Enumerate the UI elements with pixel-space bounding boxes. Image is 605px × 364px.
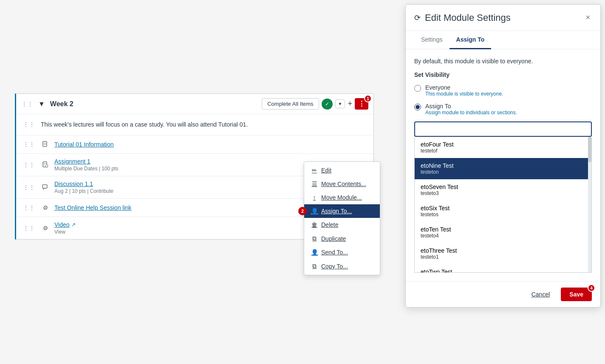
assign-item-sub: testeto3: [421, 190, 585, 196]
settings-tabs: Settings Assign To: [406, 31, 600, 49]
radio-everyone: Everyone This module is visible to every…: [414, 84, 592, 97]
svg-line-9: [45, 207, 46, 209]
svg-line-10: [45, 227, 46, 229]
module-description-row: ⋮⋮ This week's lectures will focus on a …: [16, 114, 373, 135]
item-content: Video ↗ View: [54, 221, 343, 235]
scrollbar-thumb[interactable]: [588, 137, 591, 162]
settings-content: By default, this module is visible to ev…: [406, 49, 600, 281]
assign-item-sub: testeto1: [421, 254, 585, 260]
context-menu-move-contents[interactable]: ☰ Move Contents...: [304, 177, 380, 191]
assign-item-name: etoSeven Test: [421, 183, 585, 190]
svg-text:✓: ✓: [46, 165, 48, 168]
radio-assign-to: Assign To Assign module to individuals o…: [414, 103, 592, 116]
module-collapse-arrow[interactable]: ▼: [38, 100, 45, 108]
assign-to-icon: 👤: [311, 208, 318, 214]
context-menu: ✏ Edit ☰ Move Contents... ↑ Move Module.…: [304, 161, 380, 275]
settings-close-button[interactable]: ×: [584, 11, 592, 24]
settings-header-icon: ⟳: [414, 13, 421, 23]
context-menu-copy-to[interactable]: ⧉ Copy To...: [304, 259, 380, 273]
link-icon: [41, 203, 50, 212]
assign-item[interactable]: etoSix Test testetos: [415, 200, 591, 222]
add-item-button[interactable]: +: [348, 99, 352, 108]
send-to-icon: 👤: [311, 249, 318, 256]
page-icon: [41, 140, 50, 149]
assign-search-input[interactable]: [414, 121, 592, 137]
item-title[interactable]: Tutorial 01 Information: [54, 141, 114, 148]
assign-item-name: etoThree Test: [421, 247, 585, 254]
svg-rect-8: [42, 185, 47, 188]
assign-item-name: etoFour Test: [421, 141, 585, 148]
item-drag-handle[interactable]: ⋮⋮: [23, 204, 35, 211]
radio-everyone-input[interactable]: [414, 85, 421, 92]
settings-panel: ⟳ Edit Module Settings × Settings Assign…: [405, 4, 601, 308]
module-item: ⋮⋮ Tutorial 01 Information: [16, 135, 373, 154]
assignment-icon: ✓: [41, 160, 50, 169]
settings-footer: Cancel Save 4: [406, 281, 600, 307]
radio-everyone-sublabel: This module is visible to everyone.: [425, 91, 503, 97]
assign-item-name: etoTwo Test: [421, 268, 585, 273]
context-menu-send-to[interactable]: 👤 Send To...: [304, 245, 380, 259]
assign-item-name: etoSix Test: [421, 205, 585, 212]
radio-everyone-labels: Everyone This module is visible to every…: [425, 84, 503, 97]
assign-item[interactable]: etoFour Test testetof: [415, 137, 591, 158]
visibility-title: Set Visibility: [414, 71, 592, 78]
module-description-text: This week's lectures will focus on a cas…: [41, 120, 248, 129]
module-header: ⋮⋮ ▼ Week 2 Complete All Items ✓ ▼ + ⋮ 1: [16, 94, 373, 114]
module-status-check: ✓: [322, 99, 333, 110]
context-menu-delete[interactable]: 🗑 Delete: [304, 218, 380, 231]
item-drag-handle[interactable]: ⋮⋮: [23, 184, 35, 191]
step1-badge: 1: [364, 95, 372, 102]
assign-item-selected[interactable]: etoNine Test testeton 3: [415, 158, 591, 179]
context-menu-assign-to[interactable]: 2 👤 Assign To...: [304, 204, 380, 218]
context-menu-duplicate[interactable]: ⧉ Duplicate: [304, 231, 380, 245]
tab-assign-to[interactable]: Assign To: [450, 31, 492, 49]
move-module-icon: ↑: [311, 194, 318, 201]
item-title[interactable]: Video: [54, 221, 70, 228]
radio-assign-to-input[interactable]: [414, 104, 421, 110]
settings-description: By default, this module is visible to ev…: [414, 58, 592, 65]
assign-item-name: etoTen Test: [421, 226, 585, 233]
svg-rect-0: [43, 141, 47, 147]
link-icon: [41, 223, 50, 233]
radio-assign-to-sublabel: Assign module to individuals or sections…: [425, 110, 517, 116]
delete-icon: 🗑: [311, 221, 318, 228]
radio-assign-to-labels: Assign To Assign module to individuals o…: [425, 103, 517, 116]
assign-item-sub: testetos: [421, 212, 585, 217]
item-meta: View: [54, 229, 343, 235]
item-drag-handle[interactable]: ⋮⋮: [23, 141, 35, 148]
item-content: Tutorial 01 Information: [54, 141, 367, 148]
description-drag-handle[interactable]: ⋮⋮: [23, 121, 35, 128]
settings-panel-title: Edit Module Settings: [425, 12, 580, 23]
module-status-dropdown[interactable]: ▼: [335, 99, 345, 108]
module-actions: Complete All Items ✓ ▼ + ⋮ 1: [262, 98, 368, 110]
duplicate-icon: ⧉: [311, 235, 318, 242]
assign-item-sub: testeto4: [421, 233, 585, 239]
module-title: Week 2: [50, 100, 258, 108]
assign-item-name: etoNine Test: [421, 162, 585, 169]
discussion-icon: [41, 183, 50, 192]
tab-settings[interactable]: Settings: [414, 31, 450, 49]
copy-to-icon: ⧉: [311, 262, 318, 270]
context-menu-move-module[interactable]: ↑ Move Module...: [304, 191, 380, 204]
step2-badge: 2: [298, 207, 307, 215]
assign-item-sub: testeton: [421, 169, 585, 175]
assign-item-sub: testetof: [421, 148, 585, 154]
save-button[interactable]: Save: [561, 288, 592, 301]
assign-item[interactable]: etoTwo Test testetot: [415, 264, 591, 273]
cancel-button[interactable]: Cancel: [525, 288, 557, 301]
assign-item[interactable]: etoSeven Test testeto3: [415, 179, 591, 200]
scrollbar-track[interactable]: [588, 137, 591, 272]
step4-badge: 4: [588, 284, 595, 292]
edit-icon: ✏: [311, 167, 318, 174]
move-contents-icon: ☰: [311, 181, 318, 187]
assign-item[interactable]: etoTen Test testeto4: [415, 222, 591, 243]
item-drag-handle[interactable]: ⋮⋮: [23, 161, 35, 168]
context-menu-edit[interactable]: ✏ Edit: [304, 164, 380, 177]
item-drag-handle[interactable]: ⋮⋮: [23, 225, 35, 231]
complete-all-button[interactable]: Complete All Items: [262, 98, 319, 110]
radio-everyone-label: Everyone: [425, 84, 503, 91]
module-drag-handle[interactable]: ⋮⋮: [21, 101, 33, 107]
assign-item[interactable]: etoThree Test testeto1: [415, 243, 591, 264]
radio-assign-to-label: Assign To: [425, 103, 517, 110]
assign-dropdown: etoFour Test testetof etoNine Test teste…: [414, 137, 592, 273]
